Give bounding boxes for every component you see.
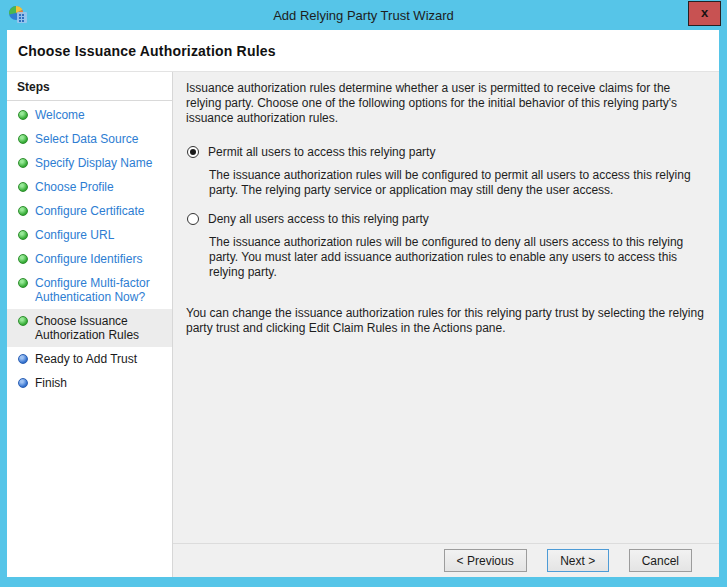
steps-list: Welcome Select Data Source Specify Displ… [7, 103, 172, 395]
close-button[interactable]: x [688, 1, 721, 26]
sidebar-item-ready-to-add-trust[interactable]: Ready to Add Trust [7, 347, 172, 371]
permit-radio-button[interactable] [187, 146, 199, 158]
permit-option-row[interactable]: Permit all users to access this relying … [186, 145, 705, 160]
page-content: Issuance authorization rules determine w… [173, 72, 719, 543]
step-done-icon [18, 230, 28, 240]
deny-option-description: The issuance authorization rules will be… [209, 235, 705, 280]
step-done-icon [18, 206, 28, 216]
steps-sidebar: Steps Welcome Select Data Source Specify… [7, 72, 173, 577]
sidebar-item-choose-issuance-rules[interactable]: Choose Issuance Authorization Rules [7, 309, 172, 347]
step-done-icon [18, 134, 28, 144]
page-title: Choose Issuance Authorization Rules [18, 43, 276, 59]
footnote-text: You can change the issuance authorizatio… [186, 306, 705, 336]
sidebar-item-specify-display-name[interactable]: Specify Display Name [7, 151, 172, 175]
adfs-wizard-icon [8, 5, 28, 25]
sidebar-item-finish[interactable]: Finish [7, 371, 172, 395]
deny-option-row[interactable]: Deny all users access to this relying pa… [186, 212, 705, 227]
sidebar-item-choose-profile[interactable]: Choose Profile [7, 175, 172, 199]
sidebar-item-configure-url[interactable]: Configure URL [7, 223, 172, 247]
next-button[interactable]: Next > [547, 549, 609, 572]
wizard-dialog: Choose Issuance Authorization Rules Step… [7, 30, 719, 577]
step-done-icon [18, 278, 28, 288]
permit-radio-label[interactable]: Permit all users to access this relying … [208, 145, 435, 160]
sidebar-item-welcome[interactable]: Welcome [7, 103, 172, 127]
sidebar-item-configure-multifactor[interactable]: Configure Multi-factor Authentication No… [7, 271, 172, 309]
sidebar-item-configure-identifiers[interactable]: Configure Identifiers [7, 247, 172, 271]
title-bar: Add Relying Party Trust Wizard x [0, 0, 727, 30]
intro-text: Issuance authorization rules determine w… [186, 81, 705, 126]
step-done-icon [18, 158, 28, 168]
step-done-icon [18, 182, 28, 192]
permit-option-description: The issuance authorization rules will be… [209, 168, 705, 198]
option-deny-all: Deny all users access to this relying pa… [186, 212, 705, 280]
deny-radio-label[interactable]: Deny all users access to this relying pa… [208, 212, 429, 227]
wizard-window: Add Relying Party Trust Wizard x Choose … [0, 0, 727, 587]
button-bar: < Previous Next > Cancel [173, 543, 719, 577]
step-done-icon [18, 254, 28, 264]
cancel-button[interactable]: Cancel [629, 549, 692, 572]
step-current-icon [18, 316, 28, 326]
content-column: Issuance authorization rules determine w… [173, 72, 719, 577]
step-upcoming-icon [18, 378, 28, 388]
window-title: Add Relying Party Trust Wizard [0, 8, 727, 23]
option-permit-all: Permit all users to access this relying … [186, 145, 705, 198]
steps-heading: Steps [7, 72, 172, 101]
sidebar-item-select-data-source[interactable]: Select Data Source [7, 127, 172, 151]
previous-button[interactable]: < Previous [444, 549, 527, 572]
page-header: Choose Issuance Authorization Rules [7, 30, 719, 72]
sidebar-item-configure-certificate[interactable]: Configure Certificate [7, 199, 172, 223]
deny-radio-button[interactable] [187, 213, 199, 225]
step-upcoming-icon [18, 354, 28, 364]
wizard-main: Steps Welcome Select Data Source Specify… [7, 72, 719, 577]
step-done-icon [18, 110, 28, 120]
